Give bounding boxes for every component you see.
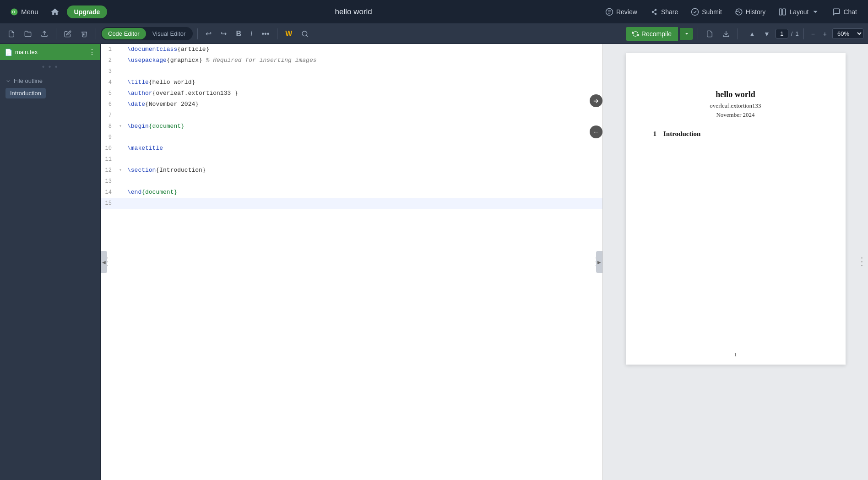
- download-icon: [722, 30, 730, 38]
- outline-item-introduction[interactable]: Introduction: [5, 88, 46, 98]
- upgrade-button[interactable]: Upgrade: [67, 5, 108, 18]
- toolbar-separator-6: [738, 28, 738, 39]
- sidebar-resize-handle[interactable]: • • •: [0, 60, 100, 74]
- chat-icon: [832, 8, 841, 16]
- line-number: 6: [101, 99, 117, 109]
- folder-icon: [24, 30, 32, 38]
- new-file-icon: [8, 30, 15, 38]
- delete-button[interactable]: [77, 28, 91, 40]
- document-view-button[interactable]: [703, 28, 716, 40]
- code-editor-tab[interactable]: Code Editor: [102, 28, 146, 39]
- layout-label: Layout: [789, 8, 808, 16]
- code-line-14[interactable]: 14\end{document}: [101, 187, 602, 198]
- trash-icon: [81, 30, 88, 38]
- bold-button[interactable]: B: [233, 27, 244, 40]
- pdf-author: overleaf.extortion133: [653, 102, 818, 109]
- line-number: 12: [101, 165, 117, 175]
- editor-content[interactable]: 1\documentclass{article}2\usepackage{gra…: [101, 44, 602, 480]
- search-button[interactable]: [298, 28, 312, 40]
- code-content: \maketitle: [124, 143, 602, 153]
- share-button[interactable]: Share: [645, 5, 684, 19]
- pdf-page-number: 1: [734, 352, 737, 357]
- code-content: \usepackage{graphicx} % Required for ins…: [124, 55, 602, 65]
- file-header: 📄 main.tex ⋮: [0, 44, 100, 60]
- code-line-3[interactable]: 3: [101, 66, 602, 77]
- dropdown-arrow-icon: [684, 31, 689, 37]
- code-line-11[interactable]: 11: [101, 154, 602, 165]
- bookmark-button[interactable]: W: [282, 27, 295, 40]
- code-line-15[interactable]: 15: [101, 198, 602, 209]
- review-button[interactable]: Review: [600, 5, 643, 19]
- code-line-13[interactable]: 13: [101, 176, 602, 187]
- layout-button[interactable]: Layout: [773, 5, 825, 19]
- redo-button[interactable]: ↪: [217, 27, 230, 40]
- file-more-button[interactable]: ⋮: [88, 48, 96, 56]
- submit-label: Submit: [702, 8, 722, 16]
- open-folder-button[interactable]: [21, 28, 35, 40]
- italic-button[interactable]: I: [247, 27, 255, 40]
- arrow-left-button[interactable]: ←: [590, 125, 602, 138]
- toolbar-separator-2: [96, 28, 96, 39]
- page-separator: /: [791, 30, 793, 37]
- code-line-2[interactable]: 2\usepackage{graphicx} % Required for in…: [101, 55, 602, 66]
- svg-point-8: [692, 8, 699, 15]
- code-content: \begin{document}: [124, 121, 602, 131]
- code-line-6[interactable]: 6\date{November 2024}: [101, 99, 602, 110]
- fold-gutter[interactable]: ▾: [117, 121, 124, 131]
- code-content: \documentclass{article}: [124, 44, 602, 55]
- code-line-9[interactable]: 9: [101, 132, 602, 143]
- line-number: 7: [101, 110, 117, 120]
- review-icon: [605, 8, 613, 16]
- more-formats-button[interactable]: •••: [258, 27, 272, 40]
- resize-dots: • • •: [42, 63, 59, 71]
- home-icon: [50, 7, 60, 16]
- edit-button[interactable]: [61, 28, 75, 40]
- svg-rect-10: [783, 9, 786, 15]
- file-outline-header[interactable]: File outline: [5, 77, 95, 84]
- svg-point-12: [302, 31, 307, 36]
- page-number-input[interactable]: [776, 29, 788, 38]
- menu-button[interactable]: O Menu: [5, 5, 43, 19]
- recompile-button[interactable]: Recompile: [626, 27, 678, 41]
- chat-button[interactable]: Chat: [827, 5, 863, 19]
- page-up-button[interactable]: ▲: [746, 28, 758, 39]
- toolbar-separator-4: [277, 28, 277, 39]
- left-collapse-handle[interactable]: ◀: [101, 251, 107, 273]
- page-controls: ▲ ▼ / 1: [746, 28, 799, 39]
- page-down-button[interactable]: ▼: [761, 28, 773, 39]
- pencil-icon: [64, 30, 71, 38]
- undo-button[interactable]: ↩: [202, 27, 215, 40]
- upload-button[interactable]: [38, 28, 51, 40]
- code-line-5[interactable]: 5\author{overleaf.extortion133 }: [101, 88, 602, 99]
- code-line-1[interactable]: 1\documentclass{article}: [101, 44, 602, 55]
- new-file-button[interactable]: [5, 28, 18, 40]
- pdf-section-intro: 1 Introduction: [653, 130, 818, 138]
- visual-editor-tab[interactable]: Visual Editor: [146, 28, 192, 39]
- chat-label: Chat: [843, 8, 857, 16]
- zoom-out-button[interactable]: −: [808, 28, 818, 39]
- code-line-4[interactable]: 4\title{hello world}: [101, 77, 602, 88]
- toolbar-separator-5: [698, 28, 698, 39]
- code-line-7[interactable]: 7: [101, 110, 602, 121]
- home-button[interactable]: [47, 5, 63, 19]
- code-line-10[interactable]: 10\maketitle: [101, 143, 602, 154]
- code-content: \end{document}: [124, 187, 602, 197]
- fold-gutter[interactable]: ▾: [117, 165, 124, 175]
- editor-tab-group: Code Editor Visual Editor: [101, 27, 193, 40]
- right-collapse-handle[interactable]: ▶: [596, 251, 602, 273]
- code-line-12[interactable]: 12▾\section{Introduction}: [101, 165, 602, 176]
- history-button[interactable]: History: [729, 5, 771, 19]
- line-number: 5: [101, 88, 117, 98]
- nav-right-buttons: Review Share Submit History Layout Chat: [600, 5, 863, 19]
- recompile-dropdown-button[interactable]: [680, 28, 693, 40]
- search-icon: [301, 30, 309, 38]
- undo-icon: ↩: [206, 29, 212, 38]
- code-line-8[interactable]: 8▾\begin{document}: [101, 121, 602, 132]
- code-content: \date{November 2024}: [124, 99, 602, 109]
- overleaf-logo-icon: O: [10, 8, 18, 16]
- submit-button[interactable]: Submit: [685, 5, 727, 19]
- arrow-right-button[interactable]: ➔: [590, 94, 602, 107]
- download-pdf-button[interactable]: [719, 28, 733, 40]
- zoom-in-button[interactable]: +: [820, 28, 830, 39]
- zoom-select[interactable]: 60% 75% 100% 125% 150%: [832, 28, 863, 39]
